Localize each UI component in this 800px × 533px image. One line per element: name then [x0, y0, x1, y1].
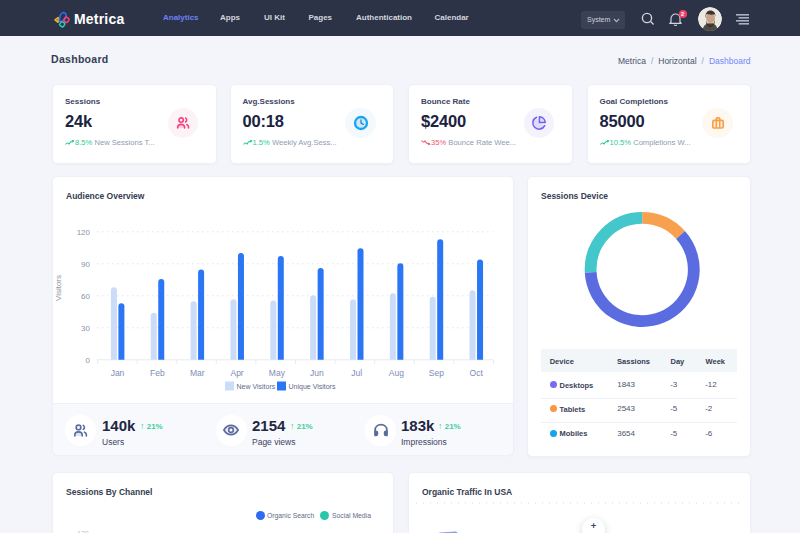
svg-text:Oct: Oct [470, 368, 484, 378]
svg-text:0: 0 [86, 356, 91, 365]
svg-text:Apr: Apr [230, 368, 243, 378]
svg-text:Unique Visitors: Unique Visitors [289, 383, 336, 391]
svg-text:60: 60 [81, 292, 90, 301]
svg-text:Feb: Feb [150, 368, 165, 378]
svg-text:120: 120 [77, 228, 91, 237]
svg-text:Sep: Sep [429, 368, 444, 378]
svg-text:30: 30 [81, 324, 90, 333]
svg-text:Jul: Jul [351, 368, 362, 378]
svg-text:May: May [269, 368, 286, 378]
svg-text:Jun: Jun [310, 368, 324, 378]
svg-text:Mar: Mar [190, 368, 205, 378]
svg-text:Aug: Aug [389, 368, 404, 378]
svg-text:Jan: Jan [111, 368, 125, 378]
svg-text:New Visitors: New Visitors [237, 383, 276, 390]
svg-text:90: 90 [81, 260, 90, 269]
svg-text:Visitors: Visitors [54, 275, 63, 301]
